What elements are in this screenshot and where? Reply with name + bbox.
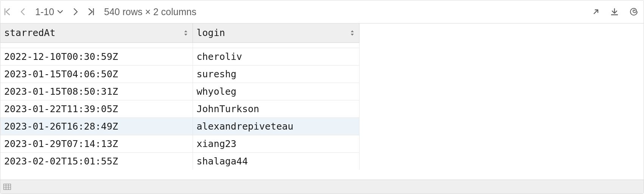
svg-marker-5 [184, 30, 187, 32]
page-range-dropdown[interactable]: 1-10 [34, 6, 64, 17]
spiral-icon[interactable] [629, 7, 638, 16]
dimensions-label: 540 rows × 2 columns [104, 6, 196, 17]
cell-login: xiang23 [193, 135, 359, 152]
cell-starredAt: 2023-01-26T16:28:49Z [0, 117, 193, 135]
popout-icon[interactable] [592, 8, 600, 16]
chevron-down-icon [57, 9, 63, 14]
cell-starredAt: 2023-01-29T07:14:13Z [0, 135, 193, 152]
cell-login: whyoleg [193, 83, 359, 100]
column-header-login[interactable]: login [193, 23, 359, 42]
column-header-starredAt[interactable]: starredAt [0, 23, 193, 42]
cell-starredAt: 2023-01-22T11:39:05Z [0, 100, 193, 117]
svg-line-2 [594, 10, 598, 14]
cell-starredAt: 2023-02-02T15:01:55Z [0, 152, 193, 170]
toolbar-right-actions [592, 7, 638, 16]
cell-starredAt [0, 42, 193, 48]
sort-icon[interactable] [184, 30, 188, 36]
page-prev-button[interactable] [20, 8, 25, 16]
table-row[interactable]: 2023-01-26T16:28:49Zalexandrepiveteau [0, 117, 359, 135]
table-row[interactable]: 2023-02-02T15:01:55Zshalaga44 [0, 152, 359, 170]
cell-login: shalaga44 [193, 152, 359, 170]
svg-marker-8 [351, 34, 354, 36]
cell-starredAt: 2022-12-10T00:30:59Z [0, 48, 193, 65]
cell-starredAt: 2023-01-15T08:50:31Z [0, 83, 193, 100]
page-last-button[interactable] [87, 8, 94, 16]
table-row[interactable]: 2023-01-29T07:14:13Zxiang23 [0, 135, 359, 152]
page-range-label: 1-10 [35, 6, 54, 17]
page-next-button[interactable] [73, 8, 78, 16]
table-icon[interactable] [3, 184, 11, 190]
column-header-label: login [197, 27, 225, 38]
status-bar [0, 180, 644, 194]
data-viewer-panel: 1-10 540 rows × 2 columns [0, 0, 644, 194]
table-scroll-area[interactable]: starredAtlogin 2022-12-10T00:30:59Zchero… [0, 23, 644, 180]
svg-rect-9 [4, 184, 11, 190]
cell-login [193, 42, 359, 48]
pagination-nav-group: 1-10 [4, 6, 94, 17]
pagination-toolbar: 1-10 540 rows × 2 columns [0, 0, 644, 23]
page-first-button[interactable] [4, 8, 11, 16]
table-header-row: starredAtlogin [0, 23, 359, 42]
cell-login: sureshg [193, 65, 359, 83]
svg-marker-6 [184, 34, 187, 36]
table-row[interactable]: 2023-01-22T11:39:05ZJohnTurkson [0, 100, 359, 117]
sort-icon[interactable] [350, 30, 355, 36]
column-header-label: starredAt [4, 27, 55, 38]
cell-login: cheroliv [193, 48, 359, 65]
download-icon[interactable] [610, 8, 619, 16]
cell-starredAt: 2023-01-15T04:06:50Z [0, 65, 193, 83]
cell-login: JohnTurkson [193, 100, 359, 117]
svg-marker-7 [351, 30, 354, 32]
data-table: starredAtlogin 2022-12-10T00:30:59Zchero… [0, 23, 359, 170]
table-row[interactable]: 2023-01-15T04:06:50Zsureshg [0, 65, 359, 83]
table-row[interactable]: 2023-01-15T08:50:31Zwhyoleg [0, 83, 359, 100]
table-row[interactable]: 2022-12-10T00:30:59Zcheroliv [0, 48, 359, 65]
cell-login: alexandrepiveteau [193, 117, 359, 135]
table-row [0, 42, 359, 48]
